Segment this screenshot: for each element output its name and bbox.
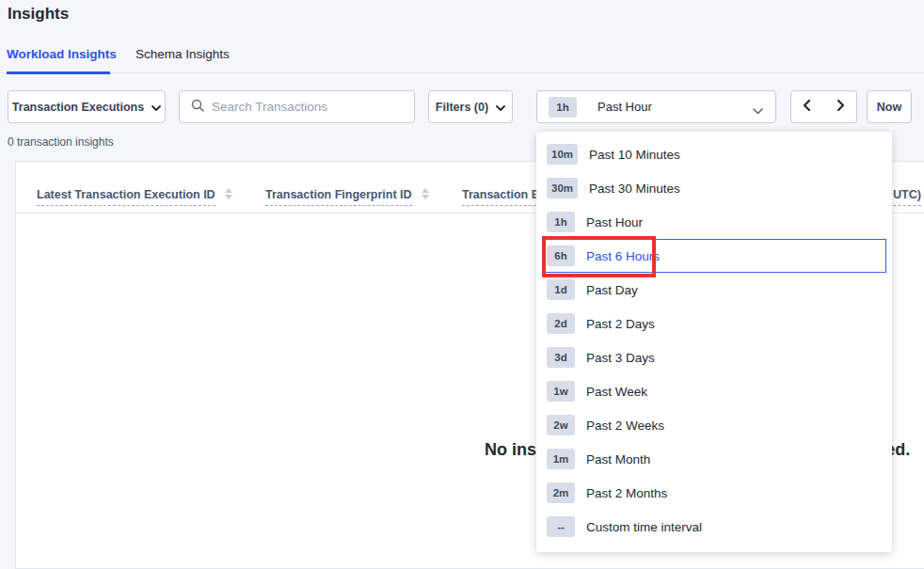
column-header-label: UTC) (893, 188, 921, 206)
column-header-label: Latest Transaction Execution ID (37, 188, 215, 206)
time-option-label: Past 3 Days (586, 351, 655, 365)
time-option-badge: 6h (547, 245, 575, 266)
search-input[interactable] (212, 100, 403, 114)
chevron-down-icon (496, 101, 505, 114)
time-option-past-30-minutes[interactable]: 30m Past 30 Minutes (542, 171, 886, 205)
now-label: Now (877, 101, 901, 114)
time-range-badge: 1h (549, 97, 577, 118)
time-option-badge: 2m (547, 482, 575, 503)
time-option-past-2-weeks[interactable]: 2w Past 2 Weeks (542, 408, 886, 442)
time-option-label: Past Month (586, 452, 650, 466)
tab-schema-insights[interactable]: Schema Insights (135, 47, 230, 61)
now-button[interactable]: Now (867, 90, 912, 123)
time-option-past-3-days[interactable]: 3d Past 3 Days (542, 340, 886, 374)
time-option-label: Past 6 Hours (586, 249, 660, 263)
time-option-label: Past 2 Weeks (586, 419, 664, 433)
time-option-past-week[interactable]: 1w Past Week (542, 374, 886, 408)
time-option-past-10-minutes[interactable]: 10m Past 10 Minutes (542, 137, 886, 171)
column-header-latest-transaction-execution-id[interactable]: Latest Transaction Execution ID (37, 188, 232, 206)
insights-count: 0 transaction insights (8, 135, 114, 149)
time-option-badge: 1w (547, 381, 575, 402)
time-range-label: Past Hour (597, 100, 652, 114)
column-header-transaction-execution[interactable]: Transaction Ex (462, 188, 546, 206)
time-option-badge: 1m (547, 449, 575, 469)
time-option-label: Past 10 Minutes (589, 148, 680, 162)
execution-type-select[interactable]: Transaction Executions (8, 90, 166, 123)
search-icon (191, 99, 204, 115)
time-option-past-day[interactable]: 1d Past Day (542, 273, 886, 307)
time-next-button[interactable] (823, 90, 857, 123)
time-option-badge: 2w (547, 415, 575, 435)
tab-workload-insights[interactable]: Workload Insights (7, 47, 117, 61)
chevron-right-icon (835, 100, 846, 114)
time-option-past-hour[interactable]: 1h Past Hour (542, 205, 886, 239)
sort-icon[interactable] (422, 188, 429, 206)
filters-label: Filters (0) (436, 101, 488, 114)
chevron-down-icon (753, 104, 763, 118)
time-option-label: Past 2 Months (586, 486, 667, 500)
execution-type-label: Transaction Executions (12, 101, 144, 114)
page-title: Insights (8, 5, 69, 24)
column-header-start-time-utc[interactable]: UTC) (893, 188, 921, 206)
time-option-past-2-days[interactable]: 2d Past 2 Days (542, 307, 886, 340)
time-option-label: Custom time interval (586, 520, 702, 534)
sort-icon[interactable] (225, 188, 232, 206)
time-option-badge: -- (547, 516, 575, 537)
search-box[interactable] (179, 90, 415, 123)
time-option-badge: 30m (547, 178, 578, 198)
column-header-label: Transaction Ex (462, 188, 546, 206)
time-option-label: Past Day (586, 283, 638, 297)
time-range-select[interactable]: 1h Past Hour (536, 90, 776, 123)
time-option-past-2-months[interactable]: 2m Past 2 Months (542, 476, 886, 510)
time-option-label: Past 30 Minutes (589, 182, 680, 196)
time-option-label: Past Hour (586, 215, 643, 229)
time-option-badge: 3d (547, 347, 575, 368)
active-tab-underline (7, 71, 110, 74)
time-option-past-6-hours[interactable]: 6h Past 6 Hours (542, 239, 886, 273)
chevron-down-icon (151, 101, 161, 114)
time-option-label: Past Week (586, 385, 647, 399)
column-header-label: Transaction Fingerprint ID (265, 188, 412, 206)
time-prev-button[interactable] (790, 90, 824, 123)
time-option-custom-time-interval[interactable]: -- Custom time interval (542, 510, 886, 544)
column-header-transaction-fingerprint-id[interactable]: Transaction Fingerprint ID (265, 188, 429, 206)
tabs-bar: Workload Insights Schema Insights (0, 41, 924, 73)
filters-button[interactable]: Filters (0) (428, 90, 513, 123)
time-option-badge: 2d (547, 313, 575, 334)
chevron-left-icon (802, 100, 813, 114)
time-option-past-month[interactable]: 1m Past Month (542, 442, 886, 476)
time-option-badge: 1d (547, 279, 575, 300)
time-option-label: Past 2 Days (586, 317, 655, 331)
time-range-dropdown: 10m Past 10 Minutes 30m Past 30 Minutes … (536, 132, 892, 552)
time-option-badge: 10m (547, 144, 578, 165)
time-option-badge: 1h (547, 212, 575, 232)
